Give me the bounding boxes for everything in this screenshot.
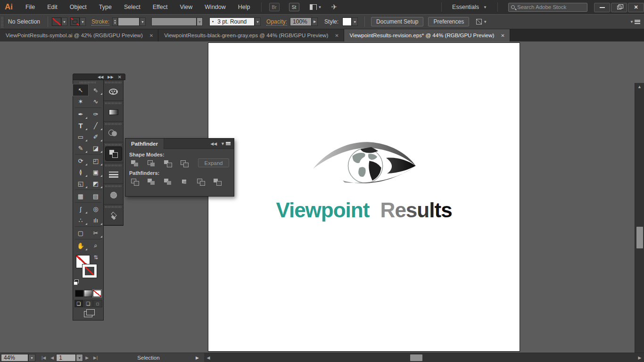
panel-grip[interactable] bbox=[104, 80, 123, 84]
tab-close-icon[interactable]: ✕ bbox=[335, 33, 339, 38]
previous-artboard-icon[interactable]: ◀ bbox=[48, 355, 56, 360]
scroll-up-icon[interactable]: ▲ bbox=[635, 84, 644, 89]
document-tab-2[interactable]: ViewpointResults-black-green-gray.eps @ … bbox=[158, 29, 344, 41]
fill-color-swatch[interactable] bbox=[52, 17, 61, 26]
brush-definition-dropdown[interactable]: ▼ bbox=[255, 17, 261, 26]
minimize-button[interactable] bbox=[594, 3, 610, 12]
pathfinder-panel-button[interactable] bbox=[106, 147, 122, 160]
next-artboard-icon[interactable]: ▶ bbox=[83, 355, 91, 360]
scroll-left-icon[interactable]: ◀ bbox=[206, 355, 211, 360]
gradient-button[interactable] bbox=[84, 290, 92, 297]
restore-button[interactable] bbox=[611, 3, 627, 12]
swap-fill-stroke-icon[interactable]: ⇄ bbox=[93, 255, 99, 259]
collapse-panel-icon[interactable]: ◀◀ bbox=[210, 141, 217, 146]
scroll-right-icon[interactable]: ▶ bbox=[637, 355, 642, 360]
menu-view[interactable]: View bbox=[173, 0, 198, 14]
draw-normal-button[interactable]: ❏ bbox=[74, 300, 83, 307]
fill-color-dropdown[interactable]: ▼ bbox=[61, 17, 67, 26]
menu-edit[interactable]: Edit bbox=[41, 0, 64, 14]
workspace-switcher[interactable]: Essentials ▼ bbox=[446, 4, 493, 10]
bridge-button[interactable]: Br bbox=[269, 3, 280, 11]
control-panel-menu-button[interactable]: ▼ bbox=[628, 20, 640, 24]
panel-grip[interactable] bbox=[104, 142, 123, 147]
stroke-color-dropdown[interactable]: ▼ bbox=[80, 17, 86, 26]
gradient-panel-button[interactable] bbox=[106, 106, 122, 119]
document-setup-button[interactable]: Document Setup bbox=[371, 17, 423, 26]
menu-file[interactable]: File bbox=[19, 0, 41, 14]
graphic-style-swatch[interactable] bbox=[342, 17, 352, 26]
stroke-proxy-swatch[interactable] bbox=[83, 264, 97, 278]
stroke-weight-dropdown[interactable]: ▼ bbox=[140, 17, 146, 26]
logo-artwork[interactable]: Viewpoint Results bbox=[208, 43, 520, 351]
panel-menu-icon[interactable]: ▼ bbox=[221, 141, 231, 146]
shaper-tool[interactable]: ✎ bbox=[73, 142, 88, 154]
slice-tool[interactable]: ✂ bbox=[88, 227, 103, 239]
variable-width-profile-field[interactable] bbox=[151, 17, 197, 26]
outline-button[interactable] bbox=[196, 178, 206, 186]
vertical-scrollbar[interactable]: ▲ ▼ bbox=[635, 83, 644, 353]
stepper-down-icon[interactable]: ▼ bbox=[114, 22, 116, 25]
graphic-style-dropdown[interactable]: ▼ bbox=[352, 17, 358, 26]
width-tool[interactable]: ≬ bbox=[73, 166, 88, 178]
panel-grip[interactable] bbox=[104, 184, 123, 188]
stroke-panel-link[interactable]: Stroke: bbox=[91, 18, 109, 25]
menu-effect[interactable]: Effect bbox=[147, 0, 174, 14]
panel-grip[interactable] bbox=[104, 122, 123, 126]
close-panel-icon[interactable]: ✕ bbox=[118, 74, 122, 80]
draw-behind-button[interactable]: ❏ bbox=[84, 300, 93, 307]
menu-object[interactable]: Object bbox=[64, 0, 93, 14]
artboard-number-dropdown[interactable]: ▼ bbox=[76, 354, 83, 362]
transparency-panel-button[interactable] bbox=[106, 126, 122, 140]
trim-button[interactable] bbox=[147, 178, 156, 186]
column-graph-tool[interactable]: ılı bbox=[88, 214, 103, 226]
opacity-field[interactable]: 100% bbox=[290, 17, 312, 26]
opacity-panel-link[interactable]: Opacity: bbox=[266, 18, 287, 25]
stroke-color-swatch[interactable] bbox=[70, 17, 80, 26]
type-tool[interactable]: T bbox=[73, 120, 88, 131]
expand-right-icon[interactable]: ▶▶ bbox=[107, 75, 113, 79]
status-expand-icon[interactable]: ▶ bbox=[196, 355, 199, 360]
panel-grip[interactable] bbox=[73, 80, 103, 84]
line-segment-tool[interactable]: ╱ bbox=[88, 120, 103, 131]
merge-button[interactable] bbox=[163, 178, 173, 186]
artboard-number-field[interactable]: 1 bbox=[56, 354, 76, 362]
intersect-button[interactable] bbox=[163, 159, 173, 167]
preferences-button[interactable]: Preferences bbox=[428, 17, 469, 26]
minus-front-button[interactable] bbox=[147, 159, 156, 167]
appearance-panel-button[interactable] bbox=[106, 189, 122, 202]
adobe-stock-button[interactable]: St bbox=[289, 3, 299, 11]
unite-button[interactable] bbox=[130, 159, 140, 167]
zoom-tool[interactable]: ⌕ bbox=[88, 240, 103, 251]
pen-tool[interactable]: ✒ bbox=[73, 108, 88, 120]
draw-inside-button[interactable]: ◘ bbox=[93, 300, 102, 307]
search-adobe-stock-box[interactable] bbox=[508, 3, 587, 12]
last-artboard-icon[interactable]: ▶| bbox=[91, 355, 100, 360]
direct-selection-tool[interactable]: ⇖ bbox=[88, 84, 103, 96]
hand-tool[interactable]: ✋ bbox=[73, 240, 88, 251]
artboard[interactable]: Viewpoint Results bbox=[208, 42, 520, 352]
color-button[interactable] bbox=[75, 290, 83, 297]
blend-tool[interactable]: ◎ bbox=[88, 203, 103, 214]
variable-width-profile-dropdown[interactable]: ▼ bbox=[197, 17, 203, 26]
perspective-grid-tool[interactable]: ◩ bbox=[88, 178, 103, 189]
stroke-weight-stepper[interactable]: ▲▼ bbox=[112, 17, 118, 26]
first-artboard-icon[interactable]: |◀ bbox=[39, 355, 48, 360]
document-tab-3[interactable]: ViewpointResults-revision.eps* @ 44% (RG… bbox=[344, 29, 510, 41]
tab-close-icon[interactable]: ✕ bbox=[501, 33, 504, 38]
panel-grip[interactable] bbox=[1, 16, 4, 27]
none-button[interactable] bbox=[93, 290, 101, 297]
artboard-tool[interactable]: ▢ bbox=[73, 227, 88, 239]
change-screen-mode-button[interactable] bbox=[84, 311, 92, 317]
rectangle-tool[interactable]: ▭ bbox=[73, 131, 88, 142]
eraser-tool[interactable]: ◪ bbox=[88, 142, 103, 154]
shape-builder-tool[interactable]: ◱ bbox=[73, 178, 88, 189]
gpu-performance-button[interactable]: ✈ bbox=[331, 3, 337, 11]
minus-back-button[interactable] bbox=[213, 178, 222, 186]
menu-window[interactable]: Window bbox=[198, 0, 231, 14]
brush-definition-field[interactable]: • 3 pt. Round bbox=[209, 17, 255, 26]
pathfinder-tab[interactable]: Pathfinder bbox=[125, 139, 164, 149]
arrange-documents-button[interactable]: ▼ bbox=[310, 4, 322, 10]
rotate-tool[interactable]: ⟳ bbox=[73, 155, 88, 166]
eyedropper-tool[interactable]: ʃ bbox=[73, 203, 88, 214]
tools-panel-header[interactable]: ◀◀ ▶▶ ✕ bbox=[73, 74, 125, 80]
